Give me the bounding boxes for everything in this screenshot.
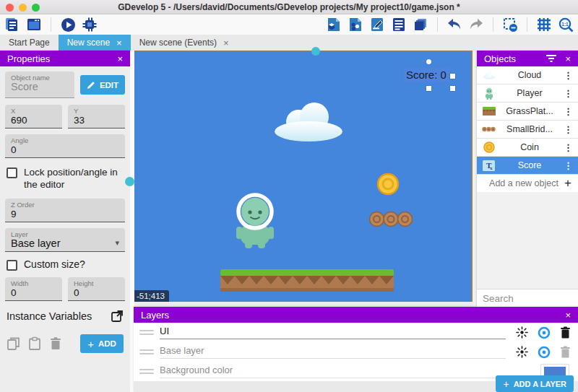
lock-position-checkbox[interactable] [7,167,17,178]
lock-position-label: Lock position/angle in the editor [24,166,124,191]
score-text: Score: 0 [406,69,447,81]
close-icon[interactable]: × [117,53,123,64]
minimize-window-button[interactable] [19,4,27,12]
object-name: Player [496,88,564,98]
height-field[interactable]: Height 0 [68,277,125,301]
x-position-field[interactable]: X 690 [5,105,62,129]
redo-icon[interactable] [467,16,485,33]
debugger-icon[interactable] [81,16,98,33]
top-splitter-handle[interactable] [311,47,320,56]
add-variable-button[interactable]: + ADD [80,334,124,353]
project-manager-icon[interactable] [4,16,21,33]
object-name: Cloud [496,70,564,80]
add-object-label: Add a new object [483,178,564,188]
search-input[interactable] [483,293,578,304]
object-row-score[interactable]: Tx Score ⋮ [477,157,578,175]
layer-visibility-icon[interactable] [538,326,551,339]
main-toolbar: 1:1 [0,14,578,35]
add-new-object-button[interactable]: Add a new object + [477,175,578,192]
tab-start-page[interactable]: Start Page [0,35,59,51]
background-color-label: Background color [160,365,530,378]
objects-editor-icon[interactable] [347,16,364,33]
start-page-icon[interactable] [25,16,43,33]
layer-name-input[interactable]: UI [160,326,506,339]
drag-handle-icon[interactable] [139,369,154,374]
tab-new-scene[interactable]: New scene × [59,35,131,51]
small-bridge-instance[interactable] [369,211,413,227]
angle-field[interactable]: Angle 0 [5,134,125,158]
paste-icon[interactable] [27,336,42,351]
left-splitter-handle[interactable] [125,177,134,186]
copy-icon[interactable] [7,336,21,351]
layer-row-base[interactable]: Base layer [134,342,578,362]
custom-size-checkbox[interactable] [7,260,17,271]
edit-scene-icon[interactable] [368,16,386,33]
x-value: 690 [11,115,56,126]
layer-value: Base layer [11,238,61,249]
zoom-ratio-icon[interactable]: 1:1 [557,16,574,33]
object-menu-icon[interactable]: ⋮ [564,160,573,171]
tab-new-scene-events[interactable]: New scene (Events) × [131,35,238,51]
object-row-coin[interactable]: Coin ⋮ [477,139,578,157]
coin-instance[interactable] [376,173,400,196]
object-menu-icon[interactable]: ⋮ [564,70,573,81]
instances-list-icon[interactable] [390,16,407,33]
object-row-cloud[interactable]: Cloud ⋮ [477,66,578,84]
scene-canvas[interactable]: Score: 0 [134,51,473,302]
close-icon[interactable]: × [116,38,122,48]
object-menu-icon[interactable]: ⋮ [564,106,573,117]
layer-effects-icon[interactable] [516,346,528,358]
maximize-window-button[interactable] [32,4,40,12]
layer-effects-icon[interactable] [516,326,528,339]
undo-icon[interactable] [446,16,463,33]
delete-layer-icon[interactable] [560,326,571,339]
edit-object-button[interactable]: EDIT [80,75,125,95]
layer-row-ui[interactable]: UI [134,323,578,342]
drag-handle-icon[interactable] [139,349,154,354]
grass-platform-instance[interactable] [220,269,394,292]
object-menu-icon[interactable]: ⋮ [564,88,573,99]
delete-selection-icon[interactable] [501,16,519,33]
y-label: Y [74,107,119,115]
selection-handle[interactable] [426,86,431,91]
object-row-smallbridge[interactable]: SmallBrid... ⋮ [477,121,578,139]
z-order-field[interactable]: Z Order 9 [5,199,125,222]
player-instance[interactable] [235,193,275,249]
close-icon[interactable]: × [565,53,571,64]
selection-handle[interactable] [426,59,431,64]
selection-handle[interactable] [450,74,455,79]
layers-stack-icon[interactable] [412,16,429,33]
object-menu-icon[interactable]: ⋮ [564,124,573,135]
trash-icon[interactable] [48,336,63,351]
add-layer-label: ADD A LAYER [514,380,566,388]
close-icon[interactable]: × [565,310,571,321]
add-layer-button[interactable]: + ADD A LAYER [496,375,574,392]
layer-visibility-icon[interactable] [538,346,551,359]
object-menu-icon[interactable]: ⋮ [564,142,573,153]
drag-handle-icon[interactable] [139,330,154,335]
object-row-grassplatform[interactable]: GrassPlat... ⋮ [477,103,578,121]
layer-select[interactable]: Layer Base layer ▾ [5,228,125,252]
object-row-player[interactable]: Player ⋮ [477,84,578,103]
grid-icon[interactable] [535,16,553,33]
plus-icon: + [87,338,94,350]
properties-title: Properties [7,53,50,64]
chevron-down-icon: ▾ [115,238,119,249]
close-window-button[interactable] [6,4,14,12]
open-in-new-icon[interactable] [111,310,124,323]
add-button-label: ADD [98,339,116,348]
scene-properties-icon[interactable] [325,16,342,33]
player-thumbnail-icon [482,87,496,100]
layer-name-input[interactable]: Base layer [160,345,506,359]
instance-variables-row: Instance Variables [7,310,124,323]
window-title: GDevelop 5 - /Users/david/Documents/GDev… [118,2,460,12]
close-icon[interactable]: × [223,38,229,48]
y-position-field[interactable]: Y 33 [68,105,125,129]
edit-button-label: EDIT [100,81,118,90]
play-preview-icon[interactable] [59,16,77,33]
filter-icon[interactable] [546,54,556,63]
width-field[interactable]: Width 0 [5,277,62,301]
cloud-instance[interactable] [272,102,345,142]
score-text-instance[interactable]: Score: 0 [404,68,449,82]
selection-handle[interactable] [450,86,455,91]
